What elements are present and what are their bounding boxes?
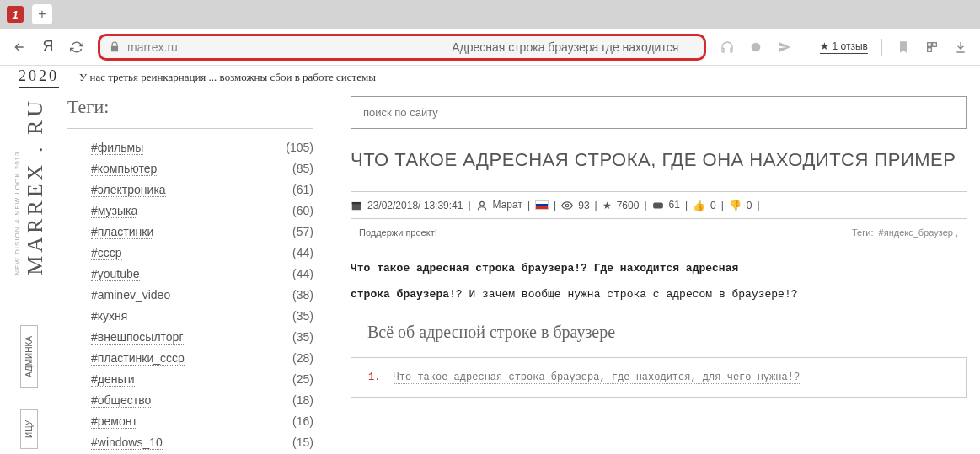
tag-link[interactable]: #компьютер (91, 162, 157, 176)
tag-item[interactable]: #пластинки_ссср(28) (67, 348, 313, 369)
tag-count: (18) (292, 393, 313, 408)
article-title: ЧТО ТАКОЕ АДРЕСНАЯ СТРОКА, ГДЕ ОНА НАХОД… (351, 149, 967, 171)
tag-count: (16) (292, 414, 313, 429)
user-icon (476, 200, 488, 211)
svg-rect-5 (352, 201, 361, 203)
zen-icon[interactable] (748, 40, 763, 55)
tag-count: (60) (292, 204, 313, 218)
lock-icon (109, 41, 120, 53)
table-of-contents: 1. Что такое адресная строка браузера, г… (351, 357, 967, 398)
send-icon[interactable] (777, 40, 792, 55)
tag-link[interactable]: #youtube (91, 267, 140, 281)
reviews-link[interactable]: ★ 1 отзыв (820, 40, 868, 54)
tag-item[interactable]: #внешпосылторг(35) (67, 327, 313, 348)
download-icon[interactable] (953, 40, 968, 55)
divider (67, 128, 313, 129)
address-bar[interactable]: marrex.ru Адресная строка браузера где н… (98, 34, 706, 61)
toc-link[interactable]: Что такое адресная строка браузера, где … (394, 371, 800, 384)
tag-item[interactable]: #aminev_video(38) (67, 285, 313, 306)
new-tab-button[interactable]: + (32, 4, 52, 24)
article-tags: Теги: #яндекс_браузер , (852, 227, 958, 238)
svg-rect-8 (653, 202, 663, 208)
search-input[interactable] (351, 96, 967, 129)
tag-count: (35) (292, 330, 313, 345)
extensions-icon[interactable] (924, 40, 940, 55)
tag-count: (105) (286, 141, 313, 155)
refresh-button[interactable] (69, 40, 84, 55)
tag-link[interactable]: #деньги (91, 372, 135, 387)
youtube-icon (652, 200, 664, 211)
thumbs-up-icon[interactable]: 👍 (693, 200, 705, 211)
tag-link[interactable]: #пластинки_ссср (91, 351, 185, 366)
tag-item[interactable]: #компьютер(85) (67, 158, 313, 179)
tag-link[interactable]: #пластинки (91, 225, 153, 239)
sidebar: Теги: #фильмы(105)#компьютер(85)#электро… (61, 89, 330, 454)
tag-item[interactable]: #электроника(61) (67, 179, 313, 200)
year-label: 2020 (19, 67, 59, 88)
thumbs-down-icon[interactable]: 👎 (729, 200, 742, 211)
tag-count: (15) (292, 435, 313, 450)
banner-text: У нас третья реинкарнация ... возможны с… (79, 71, 376, 84)
tag-item[interactable]: #пластинки(57) (67, 222, 313, 243)
address-hint: Адресная строка браузера где находится (452, 40, 678, 54)
tag-item[interactable]: #общество(18) (67, 390, 313, 411)
tag-link[interactable]: #aminev_video (91, 288, 170, 302)
tag-count: (57) (292, 225, 313, 239)
flag-ru-icon (535, 200, 549, 210)
svg-rect-2 (933, 42, 937, 46)
main-content: ЧТО ТАКОЕ АДРЕСНАЯ СТРОКА, ГДЕ ОНА НАХОД… (330, 89, 980, 454)
star-icon: ★ (602, 200, 612, 211)
page-banner: 2020 У нас третья реинкарнация ... возмо… (0, 66, 980, 89)
separator (881, 39, 882, 56)
author-link[interactable]: Марат (493, 199, 522, 211)
admin-tab[interactable]: АДМИНКА (20, 325, 38, 388)
left-rail: NEW DISION & NEW LOOK 2013 MARREX . RU А… (0, 89, 61, 454)
browser-tab-strip: 1 + (0, 0, 980, 29)
tag-item[interactable]: #windows_10(15) (67, 432, 313, 453)
tag-link[interactable]: #общество (91, 393, 151, 408)
bookmark-icon[interactable] (896, 40, 911, 55)
browser-toolbar: Я marrex.ru Адресная строка браузера где… (0, 29, 980, 66)
tag-count: (28) (292, 351, 313, 366)
toc-item[interactable]: 1. Что такое адресная строка браузера, г… (368, 371, 949, 383)
tag-link[interactable]: #яндекс_браузер (879, 227, 953, 238)
tag-link[interactable]: #кухня (91, 309, 127, 323)
headphones-icon[interactable] (720, 40, 735, 55)
yt-link[interactable]: 61 (669, 199, 680, 211)
date: 23/02/2018/ 13:39:41 (367, 200, 463, 211)
url-text: marrex.ru (127, 40, 178, 54)
tag-count: (25) (292, 372, 313, 387)
tag-count: (44) (292, 246, 313, 260)
tag-link[interactable]: #электроника (91, 183, 166, 197)
support-link[interactable]: Поддержи проект! (359, 227, 437, 238)
tag-item[interactable]: #ссср(44) (67, 243, 313, 264)
tag-item[interactable]: #фильмы(105) (67, 137, 313, 158)
svg-point-6 (479, 201, 484, 206)
article-meta: 23/02/2018/ 13:39:41 | Марат | | 93 | ★ … (351, 199, 967, 211)
tag-item[interactable]: #музыка(60) (67, 200, 313, 222)
tag-item[interactable]: #деньги(25) (67, 369, 313, 390)
tag-item[interactable]: #youtube(44) (67, 264, 313, 285)
tag-link[interactable]: #ремонт (91, 414, 137, 429)
logo-subtitle: NEW DISION & NEW LOOK 2013 (13, 98, 21, 275)
sidebar-title: Теги: (67, 96, 313, 118)
tag-list: #фильмы(105)#компьютер(85)#электроника(6… (67, 137, 313, 453)
up-count: 0 (710, 200, 716, 211)
divider (351, 218, 967, 219)
tab-favicon[interactable]: 1 (7, 6, 24, 23)
yandex-home-button[interactable]: Я (40, 40, 56, 55)
tag-link[interactable]: #фильмы (91, 141, 143, 155)
tag-link[interactable]: #музыка (91, 204, 137, 218)
tag-link[interactable]: #ссср (91, 246, 122, 260)
tag-link[interactable]: #внешпосылторг (91, 330, 184, 345)
tag-link[interactable]: #windows_10 (91, 435, 163, 450)
stars: 7600 (617, 200, 640, 211)
separator (806, 39, 806, 56)
article-body: Что такое адресная строка браузера!? Где… (351, 255, 967, 307)
site-logo[interactable]: MARREX . RU (23, 98, 48, 275)
tag-item[interactable]: #ремонт(16) (67, 411, 313, 432)
tag-count: (35) (292, 309, 313, 323)
tag-item[interactable]: #кухня(35) (67, 306, 313, 327)
side-tab-2[interactable]: ИЦУ (20, 409, 38, 449)
back-button[interactable] (12, 40, 27, 55)
